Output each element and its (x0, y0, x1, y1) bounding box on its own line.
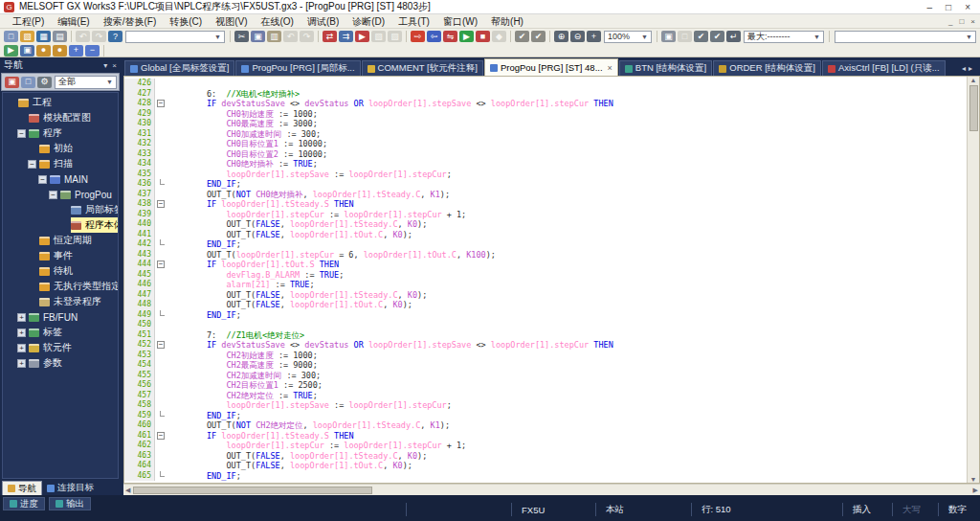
code-line[interactable]: 442 END_IF; (124, 239, 967, 250)
minimize-button[interactable]: – (927, 1, 933, 13)
mdi-minimize-button[interactable]: _ (948, 17, 952, 26)
code-line[interactable]: 454 CH2最高速度 := 9000; (124, 360, 967, 371)
monitor-stop-icon[interactable]: ■ (476, 31, 490, 42)
menu-item-2[interactable]: 搜索/替换(F) (97, 14, 164, 29)
print-icon[interactable]: ▤ (53, 31, 67, 42)
code-line[interactable]: 450 (124, 320, 967, 330)
code-line[interactable]: 451 7: //Z1电机<绝对走位> (124, 330, 967, 341)
code-line[interactable]: 463 OUT_T(FALSE, loopOrder[1].tSteady.C,… (124, 451, 967, 462)
tab-order-structure[interactable]: ORDER [结构体设置] (713, 60, 821, 76)
paste-icon[interactable]: ▥ (267, 31, 281, 42)
code-line[interactable]: 435 loopOrder[1].stepSave := loopOrder[1… (124, 170, 967, 180)
code-line[interactable]: 437 OUT_T(NOT CH0绝对插补, loopOrder[1].tSte… (124, 190, 967, 200)
expand-icon[interactable]: + (17, 328, 26, 337)
code-line[interactable]: 464 OUT_T(FALSE, loopOrder[1].tOut.C, K0… (124, 461, 967, 471)
tab-axisctrl[interactable]: AxisCtrl [FB] [LD] (只读... (822, 60, 946, 76)
code-line[interactable]: 455 CH2加减速时间 := 300; (124, 371, 967, 381)
collapse-all-icon[interactable]: □ (21, 77, 35, 88)
tab-progpou-st[interactable]: ProgPou [PRG] [ST] 48...× (484, 58, 618, 76)
code-line[interactable]: 427 6: //X电机<绝对插补> (124, 89, 967, 100)
zoom-fit-icon[interactable]: + (587, 31, 601, 42)
expand-icon[interactable]: + (17, 359, 26, 368)
program-check-icon[interactable]: ✔ (515, 31, 529, 42)
code-line[interactable]: 432 CH0目标位置1 := 10000; (124, 139, 967, 149)
sidebar-item-program-body[interactable]: −程序本体 (3, 217, 118, 233)
help-icon[interactable]: ? (108, 31, 122, 42)
write-to-plc-icon[interactable]: ⇨ (411, 31, 425, 42)
comment-display-icon[interactable]: ● (53, 45, 67, 57)
sidebar-item-fixed-scan[interactable]: −恒定周期 (3, 233, 118, 248)
code-line[interactable]: 431 CH0加减速时间 := 300; (124, 129, 967, 140)
code-line[interactable]: 459 END_IF; (124, 411, 967, 421)
menu-item-0[interactable]: 工程(P) (6, 14, 51, 29)
scroll-left-icon[interactable]: ◀ (125, 487, 130, 494)
tab-close-icon[interactable]: × (608, 63, 612, 73)
collapse-icon[interactable]: − (28, 160, 36, 169)
fold-collapse-icon[interactable]: − (157, 200, 165, 208)
sidebar-item-parameter[interactable]: +参数 (3, 355, 118, 371)
watch-window-icon[interactable]: ● (36, 45, 51, 57)
save-project-icon[interactable]: ▦ (36, 31, 51, 42)
select-mode-icon[interactable]: ▶ (4, 45, 18, 57)
open-project-icon[interactable]: ▧ (20, 31, 34, 42)
fold-collapse-icon[interactable]: − (157, 341, 165, 349)
code-line[interactable]: 462 loopOrder[1].stepCur := loopOrder[1]… (124, 441, 967, 451)
code-line[interactable]: 458 loopOrder[1].stepSave := loopOrder[1… (124, 400, 967, 411)
cut-icon[interactable]: ✂ (234, 31, 249, 42)
keyword-search-combo-dropdown-icon[interactable]: ▼ (212, 34, 221, 40)
read-from-plc-icon[interactable]: ⇦ (427, 31, 441, 42)
collapse-icon[interactable]: − (38, 175, 47, 184)
code-line[interactable]: 457 CH2绝对定位 := TRUE; (124, 391, 967, 401)
zoom-out-icon[interactable]: ⊖ (570, 31, 585, 42)
code-line[interactable]: 433 CH0目标位置2 := 10000; (124, 149, 967, 160)
monitor-start-icon[interactable]: ▶ (459, 31, 474, 42)
code-pane[interactable]: 426427 6: //X电机<绝对插补>428− IF devStatusSa… (124, 77, 967, 483)
code-line[interactable]: 426 (124, 79, 967, 89)
insert-row-icon[interactable]: + (69, 45, 83, 57)
nav-tab-connection[interactable]: 连接目标 (42, 481, 99, 495)
sidebar-item-event[interactable]: −事件 (3, 248, 118, 263)
code-line[interactable]: 453 CH2初始速度 := 1000; (124, 351, 967, 361)
menu-item-8[interactable]: 工具(T) (391, 14, 436, 29)
sidebar-item-standby[interactable]: −待机 (3, 263, 118, 279)
settings-gear-icon[interactable]: ⚙ (37, 77, 52, 88)
code-line[interactable]: 461− IF loopOrder[1].tSteady.S THEN (124, 431, 967, 442)
sidebar-item-pou[interactable]: −ProgPou (3, 187, 118, 202)
progress-panel-button[interactable]: 进度 (3, 497, 45, 510)
syntax-check-icon[interactable]: ✔ (531, 31, 546, 42)
verify-with-plc-icon[interactable]: ⇋ (443, 31, 457, 42)
mdi-close-button[interactable]: × (970, 17, 975, 26)
sidebar-item-no-execution-type[interactable]: −无执行类型指定 (3, 279, 118, 294)
code-line[interactable]: 452− IF devStatusSave <> devStatus OR lo… (124, 340, 967, 351)
mdi-restore-button[interactable]: □ (959, 17, 964, 26)
tree-filter-combo[interactable]: 全部▼ (55, 76, 117, 89)
online-convert-icon[interactable]: ▶ (355, 31, 369, 42)
code-line[interactable]: 444− IF loopOrder[1].tOut.S THEN (124, 260, 967, 270)
menu-item-3[interactable]: 转换(C) (163, 14, 209, 29)
menu-item-7[interactable]: 诊断(D) (345, 14, 391, 29)
code-line[interactable]: 448 OUT_T(FALSE, loopOrder[1].tOut.C, K0… (124, 300, 967, 310)
menu-item-9[interactable]: 窗口(W) (436, 14, 484, 29)
confirm-check-2-icon[interactable]: ✔ (710, 31, 724, 42)
scroll-down-icon[interactable]: ▼ (970, 476, 977, 483)
horizontal-scroll-thumb[interactable] (133, 487, 372, 494)
tab-global-label[interactable]: Global [全局标签设置] (124, 60, 234, 76)
menu-item-4[interactable]: 视图(V) (209, 14, 254, 29)
sidebar-item-program-folder[interactable]: −程序 (3, 125, 118, 141)
tab-comment[interactable]: COMMENT [软元件注释] (362, 60, 483, 76)
fold-collapse-icon[interactable]: − (157, 432, 165, 440)
zoom-level-combo[interactable]: 100%▼ (604, 31, 652, 43)
output-panel-button[interactable]: 输出 (49, 497, 91, 510)
confirm-check-icon[interactable]: ✔ (694, 31, 708, 42)
copy-icon[interactable]: ▣ (251, 31, 265, 42)
code-line[interactable]: 434 CH0绝对插补 := TRUE; (124, 159, 967, 170)
maximize-button[interactable]: □ (946, 1, 951, 13)
menu-item-10[interactable]: 帮助(H) (484, 14, 530, 29)
scroll-right-icon[interactable]: ▶ (973, 487, 978, 494)
tree-filter-dropdown-icon[interactable]: ▼ (106, 79, 113, 85)
pin-icon[interactable]: ▾ (103, 61, 107, 70)
enter-key-icon[interactable]: ↵ (726, 31, 741, 42)
sidebar-item-label[interactable]: +标签 (3, 325, 118, 340)
code-line[interactable]: 447 OUT_T(FALSE, loopOrder[1].tSteady.C,… (124, 290, 967, 301)
scroll-up-icon[interactable]: ▲ (970, 77, 977, 83)
